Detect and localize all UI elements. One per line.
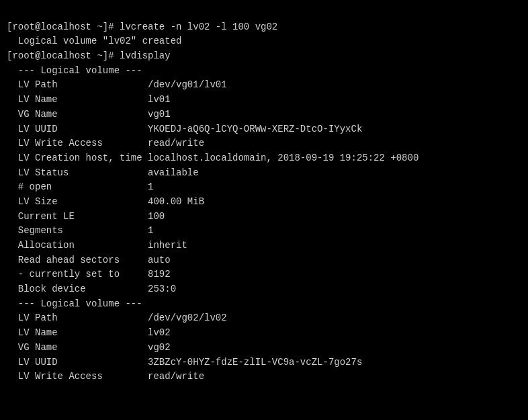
output-line: VG Name vg01 [7, 108, 521, 122]
terminal-window: [root@localhost ~]# lvcreate -n lv02 -l … [0, 0, 528, 420]
output-line: VG Name vg02 [7, 341, 521, 355]
output-line: LV Path /dev/vg02/lv02 [7, 311, 521, 326]
prompt-line: [root@localhost ~]# lvcreate -n lv02 -l … [7, 20, 521, 35]
output-line: --- Logical volume --- [7, 64, 521, 79]
output-line: LV Path /dev/vg01/lv01 [7, 78, 521, 93]
output-line: - currently set to 8192 [7, 267, 521, 282]
output-line: Allocation inherit [7, 239, 521, 253]
output-line: LV Name lv02 [7, 326, 521, 341]
output-line: LV Name lv01 [7, 93, 521, 108]
output-line: LV Size 400.00 MiB [7, 195, 521, 210]
output-line: Read ahead sectors auto [7, 253, 521, 268]
output-line: LV Write Access read/write [7, 370, 521, 384]
output-line: # open 1 [7, 180, 521, 195]
output-line: LV Write Access read/write [7, 136, 521, 151]
prompt-line: [root@localhost ~]# lvdisplay [7, 49, 521, 64]
output-line: Block device 253:0 [7, 282, 521, 297]
output-line: LV UUID 3ZBZcY-0HYZ-fdzE-zlIL-VC9a-vcZL-… [7, 355, 521, 370]
output-line: LV Status available [7, 166, 521, 181]
output-line: Current LE 100 [7, 210, 521, 224]
output-line: Segments 1 [7, 224, 521, 239]
output-line: Logical volume "lv02" created [7, 34, 521, 49]
output-line: --- Logical volume --- [7, 297, 521, 312]
output-line: LV UUID YKOEDJ-aQ6Q-lCYQ-ORWw-XERZ-DtcO-… [7, 122, 521, 137]
output-line: LV Creation host, time localhost.localdo… [7, 151, 521, 166]
